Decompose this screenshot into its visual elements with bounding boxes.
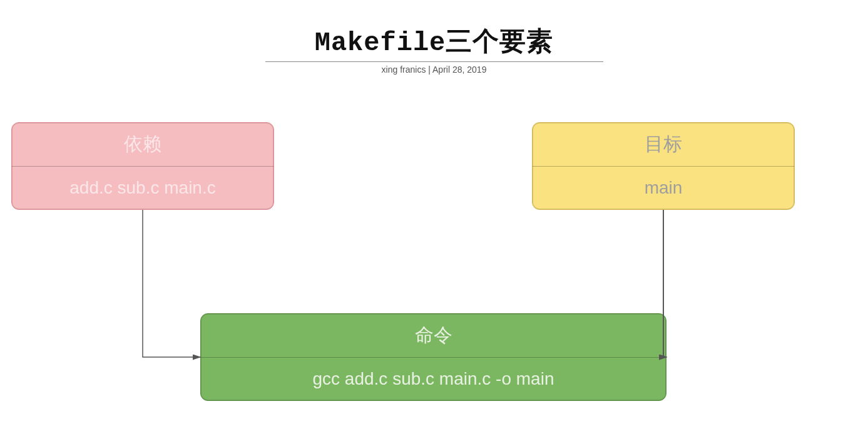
node-target-label: 目标 — [533, 123, 794, 167]
node-dependency: 依赖 add.c sub.c main.c — [11, 122, 274, 210]
node-target-content: main — [533, 167, 794, 209]
edge-dependency-to-command — [143, 210, 200, 357]
node-dependency-label: 依赖 — [12, 123, 273, 167]
node-command-content: gcc add.c sub.c main.c -o main — [201, 358, 666, 400]
node-target: 目标 main — [532, 122, 795, 210]
node-command-label: 命令 — [201, 314, 666, 358]
node-dependency-content: add.c sub.c main.c — [12, 167, 273, 209]
node-command: 命令 gcc add.c sub.c main.c -o main — [200, 313, 666, 401]
diagram-canvas: 依赖 add.c sub.c main.c 目标 main 命令 gcc add… — [0, 0, 868, 426]
